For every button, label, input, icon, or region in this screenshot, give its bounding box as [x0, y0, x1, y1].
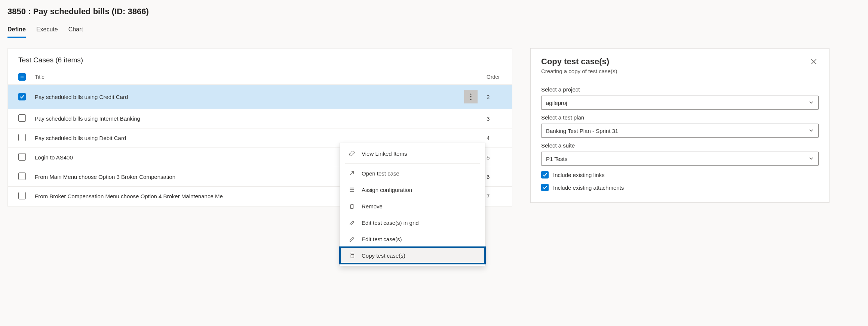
menu-copy-test-cases[interactable]: Copy test case(s) [340, 247, 485, 264]
side-panel-title: Copy test case(s) [541, 57, 617, 66]
plan-value: Banking Test Plan - Sprint 31 [546, 128, 618, 134]
menu-separator [345, 163, 480, 164]
row-checkbox[interactable] [18, 153, 26, 161]
context-menu: View Linked Items Open test case Assign … [340, 143, 485, 266]
svg-rect-0 [21, 77, 24, 77]
menu-label: View Linked Items [362, 150, 407, 157]
menu-edit-grid[interactable]: Edit test case(s) in grid [340, 214, 485, 231]
svg-point-1 [470, 93, 471, 94]
tab-define[interactable]: Define [7, 24, 26, 38]
col-title[interactable]: Title [30, 69, 482, 85]
svg-rect-4 [351, 254, 354, 258]
row-order: 3 [482, 109, 512, 128]
plan-select[interactable]: Banking Test Plan - Sprint 31 [541, 124, 819, 138]
suite-value: P1 Tests [546, 156, 567, 162]
include-attachments-label: Include existing attachments [553, 184, 624, 191]
menu-open-test-case[interactable]: Open test case [340, 165, 485, 181]
row-order: 6 [482, 167, 512, 187]
edit-icon [348, 235, 356, 243]
row-order: 4 [482, 128, 512, 148]
open-icon [348, 170, 356, 177]
copy-icon [348, 252, 356, 259]
suite-label: Select a suite [541, 142, 819, 149]
row-order: 5 [482, 148, 512, 167]
tab-chart[interactable]: Chart [68, 24, 83, 38]
row-checkbox[interactable] [18, 192, 26, 199]
menu-label: Copy test case(s) [362, 252, 405, 259]
tabs: Define Execute Chart [7, 24, 861, 38]
chevron-down-icon [809, 100, 814, 106]
row-order: 7 [482, 187, 512, 206]
edit-icon [348, 219, 356, 226]
include-attachments-checkbox[interactable] [541, 184, 549, 191]
link-icon [348, 150, 356, 157]
table-row[interactable]: Pay scheduled bills using Credit Card 2 [8, 85, 512, 109]
menu-assign-configuration[interactable]: Assign configuration [340, 181, 485, 198]
menu-label: Edit test case(s) in grid [362, 220, 419, 226]
row-checkbox[interactable] [18, 134, 26, 141]
col-order[interactable]: Order [482, 69, 512, 85]
trash-icon [348, 202, 356, 210]
include-links-checkbox[interactable] [541, 171, 549, 178]
row-title: Pay scheduled bills using Internet Banki… [35, 115, 140, 122]
project-value: agileproj [546, 100, 567, 106]
table-row[interactable]: Pay scheduled bills using Internet Banki… [8, 109, 512, 128]
chevron-down-icon [809, 156, 814, 162]
panel-title: Test Cases (6 items) [8, 49, 512, 69]
config-icon [348, 186, 356, 193]
close-icon [810, 60, 817, 66]
plan-label: Select a test plan [541, 114, 819, 121]
row-title: Login to AS400 [35, 154, 73, 161]
row-checkbox[interactable] [18, 93, 26, 100]
suite-select[interactable]: P1 Tests [541, 152, 819, 166]
row-title: From Broker Compensation Menu choose Opt… [35, 193, 223, 199]
row-order: 2 [482, 85, 512, 109]
row-title: Pay scheduled bills using Credit Card [35, 94, 128, 100]
menu-view-linked-items[interactable]: View Linked Items [340, 145, 485, 162]
row-checkbox[interactable] [18, 114, 26, 122]
tab-execute[interactable]: Execute [36, 24, 58, 38]
include-links-label: Include existing links [553, 172, 605, 178]
row-title: Pay scheduled bills using Debit Card [35, 135, 126, 141]
copy-test-cases-panel: Copy test case(s) Creating a copy of tes… [530, 48, 829, 203]
menu-label: Open test case [362, 170, 399, 177]
menu-label: Remove [362, 203, 383, 209]
menu-remove[interactable]: Remove [340, 198, 485, 214]
row-checkbox[interactable] [18, 173, 26, 180]
svg-point-2 [470, 96, 471, 97]
project-label: Select a project [541, 86, 819, 93]
svg-point-3 [470, 99, 471, 100]
menu-label: Assign configuration [362, 187, 412, 193]
close-button[interactable] [809, 57, 819, 68]
row-title: From Main Menu choose Option 3 Broker Co… [35, 174, 175, 180]
menu-label: Edit test case(s) [362, 236, 402, 242]
chevron-down-icon [809, 128, 814, 134]
select-all-checkbox[interactable] [18, 73, 26, 81]
page-title: 3850 : Pay scheduled bills (ID: 3866) [7, 7, 861, 16]
side-panel-subtitle: Creating a copy of test case(s) [541, 68, 617, 74]
row-more-button[interactable] [464, 90, 478, 103]
project-select[interactable]: agileproj [541, 96, 819, 110]
menu-edit-test-cases[interactable]: Edit test case(s) [340, 231, 485, 247]
